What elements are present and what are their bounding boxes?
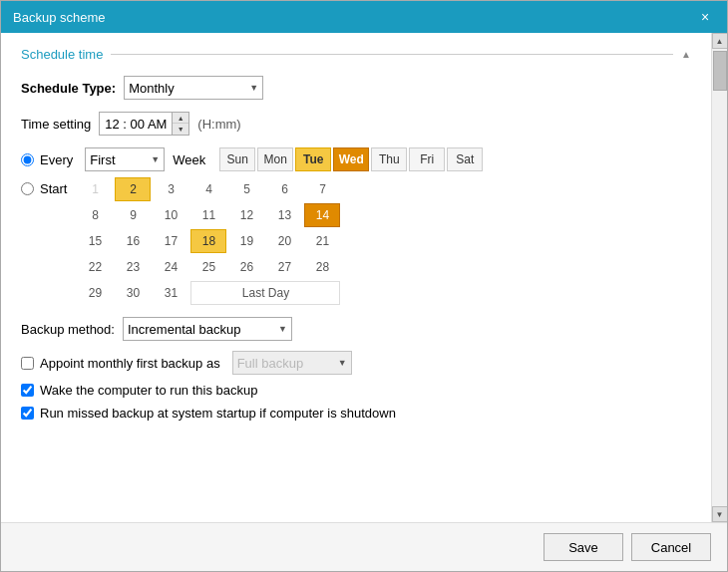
cal-12[interactable]: 12 — [228, 203, 264, 227]
start-radio[interactable] — [21, 182, 34, 195]
save-button[interactable]: Save — [544, 533, 623, 561]
time-value-display[interactable]: 12 : 00 AM — [100, 115, 172, 134]
start-row: Start 1 2 3 4 5 6 7 8 9 10 11 1 — [21, 177, 691, 305]
cal-2[interactable]: 2 — [115, 177, 151, 201]
missed-row: Run missed backup at system startup if c… — [21, 406, 691, 421]
cal-29[interactable]: 29 — [77, 281, 113, 305]
cal-27[interactable]: 27 — [266, 255, 302, 279]
cal-5[interactable]: 5 — [228, 177, 264, 201]
appoint-checkbox[interactable] — [21, 357, 34, 370]
dialog-title: Backup scheme — [13, 10, 106, 25]
schedule-type-label: Schedule Type: — [21, 81, 116, 96]
schedule-type-select-wrapper: Monthly Once Daily Weekly — [124, 76, 263, 100]
first-select-wrapper: First Second Third Fourth Last — [85, 147, 165, 171]
cal-9[interactable]: 9 — [115, 203, 151, 227]
scroll-up-button[interactable]: ▲ — [712, 33, 728, 49]
time-format-hint: (H:mm) — [197, 117, 240, 132]
scrollbar: ▲ ▼ — [711, 33, 727, 522]
wake-row: Wake the computer to run this backup — [21, 383, 691, 398]
cal-23[interactable]: 23 — [115, 255, 151, 279]
every-radio[interactable] — [21, 153, 34, 166]
cal-3[interactable]: 3 — [153, 177, 188, 201]
wake-label[interactable]: Wake the computer to run this backup — [40, 383, 257, 398]
day-of-week-buttons: Sun Mon Tue Wed Thu Fri Sat — [219, 147, 483, 171]
backup-method-select[interactable]: Incremental backup Full backup Different… — [123, 317, 292, 341]
dow-fri[interactable]: Fri — [409, 147, 445, 171]
cal-13[interactable]: 13 — [266, 203, 302, 227]
schedule-type-select[interactable]: Monthly Once Daily Weekly — [124, 76, 263, 100]
dow-tue[interactable]: Tue — [295, 147, 331, 171]
time-spin-down[interactable]: ▼ — [173, 124, 188, 135]
cal-19[interactable]: 19 — [228, 229, 264, 253]
cal-24[interactable]: 24 — [153, 255, 188, 279]
time-setting-row: Time setting 12 : 00 AM ▲ ▼ (H:mm) — [21, 112, 691, 136]
start-radio-label[interactable]: Start — [21, 181, 67, 196]
cal-11[interactable]: 11 — [190, 203, 226, 227]
backup-method-label: Backup method: — [21, 322, 115, 337]
backup-scheme-dialog: Backup scheme × Schedule time ▲ Schedule… — [0, 0, 728, 572]
start-label-text: Start — [40, 181, 67, 196]
scroll-thumb[interactable] — [713, 51, 727, 91]
cal-21[interactable]: 21 — [304, 229, 340, 253]
close-button[interactable]: × — [695, 7, 715, 27]
cal-15[interactable]: 15 — [77, 229, 113, 253]
schedule-section-header: Schedule time ▲ — [21, 47, 691, 62]
every-radio-label[interactable]: Every — [21, 152, 73, 167]
main-content: Schedule time ▲ Schedule Type: Monthly O… — [1, 33, 711, 522]
cal-7[interactable]: 7 — [304, 177, 340, 201]
appoint-select-wrapper: Full backup — [232, 351, 352, 375]
missed-label[interactable]: Run missed backup at system startup if c… — [40, 406, 396, 421]
cal-6[interactable]: 6 — [266, 177, 302, 201]
cal-22[interactable]: 22 — [77, 255, 113, 279]
time-spin-up[interactable]: ▲ — [173, 113, 188, 124]
dow-thu[interactable]: Thu — [371, 147, 407, 171]
cal-8[interactable]: 8 — [77, 203, 113, 227]
time-setting-label: Time setting — [21, 117, 91, 132]
backup-method-select-wrapper: Incremental backup Full backup Different… — [123, 317, 292, 341]
appoint-row: Appoint monthly first backup as Full bac… — [21, 351, 691, 375]
time-input-box: 12 : 00 AM ▲ ▼ — [99, 112, 189, 136]
cal-10[interactable]: 10 — [153, 203, 188, 227]
cal-17[interactable]: 17 — [153, 229, 188, 253]
dialog-body: Schedule time ▲ Schedule Type: Monthly O… — [1, 33, 727, 522]
section-divider — [111, 54, 673, 55]
appoint-label[interactable]: Appoint monthly first backup as — [40, 356, 220, 371]
cal-31[interactable]: 31 — [153, 281, 188, 305]
dow-mon[interactable]: Mon — [257, 147, 293, 171]
cal-20[interactable]: 20 — [266, 229, 302, 253]
cal-25[interactable]: 25 — [190, 255, 226, 279]
appoint-select[interactable]: Full backup — [232, 351, 352, 375]
first-select[interactable]: First Second Third Fourth Last — [85, 147, 165, 171]
cancel-button[interactable]: Cancel — [631, 533, 711, 561]
scroll-down-button[interactable]: ▼ — [712, 506, 728, 522]
wake-checkbox[interactable] — [21, 384, 34, 397]
cal-last-day[interactable]: Last Day — [190, 281, 340, 305]
section-collapse-icon[interactable]: ▲ — [681, 49, 691, 60]
week-label-text: Week — [173, 152, 205, 167]
cal-4[interactable]: 4 — [190, 177, 226, 201]
cal-28[interactable]: 28 — [304, 255, 340, 279]
dow-wed[interactable]: Wed — [333, 147, 369, 171]
dow-sun[interactable]: Sun — [219, 147, 255, 171]
dow-sat[interactable]: Sat — [447, 147, 483, 171]
cal-14[interactable]: 14 — [304, 203, 340, 227]
cal-26[interactable]: 26 — [228, 255, 264, 279]
calendar-grid: 1 2 3 4 5 6 7 8 9 10 11 12 13 14 15 — [77, 177, 340, 305]
cal-16[interactable]: 16 — [115, 229, 151, 253]
cal-1[interactable]: 1 — [77, 177, 113, 201]
missed-checkbox[interactable] — [21, 407, 34, 420]
schedule-type-row: Schedule Type: Monthly Once Daily Weekly — [21, 76, 691, 100]
cal-18[interactable]: 18 — [190, 229, 226, 253]
every-row: Every First Second Third Fourth Last Wee… — [21, 147, 691, 171]
every-label-text: Every — [40, 152, 73, 167]
title-bar: Backup scheme × — [1, 1, 727, 33]
backup-method-row: Backup method: Incremental backup Full b… — [21, 317, 691, 341]
dialog-footer: Save Cancel — [1, 522, 727, 571]
section-title: Schedule time — [21, 47, 103, 62]
time-spinners: ▲ ▼ — [172, 113, 188, 135]
cal-30[interactable]: 30 — [115, 281, 151, 305]
